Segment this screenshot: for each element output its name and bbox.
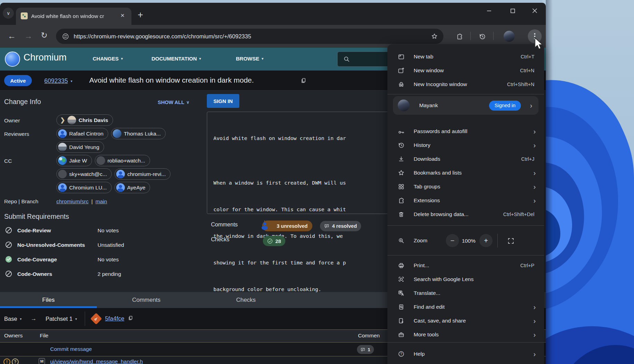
account-name: Thomas Luka... xyxy=(124,131,161,137)
account-name: chromium-revi... xyxy=(127,171,166,177)
base-selector[interactable]: Base ▾ xyxy=(4,316,22,322)
change-number-link[interactable]: 6092335 ▾ xyxy=(44,77,72,85)
avatar xyxy=(113,129,121,138)
git-commit-icon xyxy=(90,313,102,325)
chevron-right-icon: › xyxy=(533,128,536,135)
sign-in-button[interactable]: SIGN IN xyxy=(207,94,239,108)
attention-icon: ❯ xyxy=(60,116,65,124)
file-link[interactable]: ui/views/win/hwnd_message_handler.h xyxy=(50,358,143,364)
menu-divider xyxy=(387,342,544,343)
menu-item-extensions[interactable]: Extensions › xyxy=(387,194,544,207)
req-status: 2 pending xyxy=(98,271,121,277)
maximize-button[interactable] xyxy=(505,6,520,16)
menu-profile-row[interactable]: Mayank Signed in › xyxy=(393,96,539,115)
menu-item-more-tools[interactable]: More tools › xyxy=(387,328,544,342)
resolved-comments-pill[interactable]: 4 resolved xyxy=(320,221,361,231)
site-info-icon[interactable] xyxy=(62,33,69,40)
menu-item-print[interactable]: Print... Ctrl+P xyxy=(387,259,544,272)
chromium-logo-icon[interactable] xyxy=(5,52,20,67)
account-chip[interactable]: David Yeung xyxy=(56,141,104,153)
menu-item-history[interactable]: History › xyxy=(387,138,544,152)
cc-label: CC xyxy=(4,158,12,164)
gerrit-brand[interactable]: Chromium xyxy=(24,52,67,63)
menu-item-downloads[interactable]: Downloads Ctrl+J xyxy=(387,152,544,166)
menu-divider xyxy=(387,94,544,94)
history-icon[interactable] xyxy=(479,33,486,40)
chevron-right-icon: › xyxy=(533,331,536,338)
tab-close-icon[interactable]: ✕ xyxy=(120,12,125,19)
account-chip[interactable]: sky+watch@c... xyxy=(56,168,112,180)
zoom-icon xyxy=(398,237,405,244)
bookmark-star-icon[interactable] xyxy=(431,33,438,40)
menu-item-new-incognito-window[interactable]: New Incognito window Ctrl+Shift+N xyxy=(387,77,544,91)
extensions-icon[interactable] xyxy=(456,33,463,40)
account-name: Rafael Cintron xyxy=(69,131,103,137)
menu-item-translate[interactable]: Translate... xyxy=(387,286,544,300)
checks-label: Checks xyxy=(211,236,229,243)
account-name: David Yeung xyxy=(69,144,99,150)
menu-item-new-window[interactable]: New window Ctrl+N xyxy=(387,64,544,77)
comment-count-pill[interactable]: 1 xyxy=(357,345,374,354)
reload-button[interactable]: ↻ xyxy=(41,31,47,40)
status-badge: Active xyxy=(4,75,32,86)
tab-checks[interactable]: Checks xyxy=(196,292,296,308)
checks-pill[interactable]: 28 xyxy=(263,236,285,246)
zoom-out-button[interactable]: − xyxy=(446,234,459,247)
nav-browse[interactable]: BROWSE▾ xyxy=(236,56,264,62)
tab-search-button[interactable]: ∨ xyxy=(3,8,14,19)
menu-item-search-google-lens[interactable]: Search with Google Lens xyxy=(387,272,544,286)
url-text: https://chromium-review.googlesource.com… xyxy=(74,33,251,40)
profile-avatar[interactable] xyxy=(504,31,515,42)
modified-badge: M xyxy=(39,358,45,364)
nav-changes[interactable]: CHANGES▾ xyxy=(93,56,123,62)
commit-sha-link[interactable]: 5fa4fce xyxy=(105,315,125,322)
account-chip[interactable]: chromium-revi... xyxy=(114,168,171,180)
repo-link[interactable]: chromium/src xyxy=(56,198,89,205)
menu-item-bookmarks-lists[interactable]: Bookmarks and lists › xyxy=(387,166,544,180)
account-chip[interactable]: Jake W xyxy=(56,155,92,166)
comment-check-icon xyxy=(324,223,330,229)
incognito-icon xyxy=(398,81,405,88)
nav-documentation[interactable]: DOCUMENTATION▾ xyxy=(151,56,201,62)
menu-item-delete-browsing-data[interactable]: Delete browsing data... Ctrl+Shift+Del xyxy=(387,207,544,221)
close-window-button[interactable] xyxy=(527,6,542,16)
forward-button[interactable]: → xyxy=(24,31,33,41)
account-chip[interactable]: ❯ Chris Davis xyxy=(56,114,113,126)
menu-item-find-and-edit[interactable]: Find and edit › xyxy=(387,300,544,314)
caret-down-icon: ▾ xyxy=(199,57,201,60)
account-chip[interactable]: Rafael Cintron xyxy=(56,128,108,139)
caret-down-icon: ▾ xyxy=(75,317,77,321)
avatar xyxy=(58,143,67,151)
menu-item-tab-groups[interactable]: Tab groups › xyxy=(387,180,544,194)
account-chip[interactable]: AyeAye xyxy=(114,182,150,193)
account-chip[interactable]: Chromium LU... xyxy=(56,182,112,193)
download-icon xyxy=(398,156,405,162)
commit-message-link[interactable]: Commit message xyxy=(50,346,92,352)
menu-item-new-tab[interactable]: New tab Ctrl+T xyxy=(387,50,544,64)
chevron-down-icon: ∨ xyxy=(7,10,10,16)
branch-link[interactable]: main xyxy=(95,198,107,205)
profile-name: Mayank xyxy=(419,102,489,109)
arrow-icon: → xyxy=(31,315,37,322)
menu-item-passwords-autofill[interactable]: Passwords and autofill › xyxy=(387,124,544,138)
fullscreen-button[interactable] xyxy=(507,237,515,246)
unresolved-comments-pill[interactable]: 3 unresolved xyxy=(262,221,312,231)
gerrit-favicon-icon xyxy=(21,12,28,19)
patchset-selector[interactable]: Patchset 1 ▾ xyxy=(46,316,77,322)
profile-avatar xyxy=(398,100,410,111)
show-all-button[interactable]: SHOW ALL ∨ xyxy=(158,100,190,105)
account-chip[interactable]: Thomas Luka... xyxy=(111,128,166,139)
new-tab-icon xyxy=(398,53,405,60)
back-button[interactable]: ← xyxy=(8,31,16,41)
zoom-in-button[interactable]: + xyxy=(479,234,493,247)
copy-icon[interactable] xyxy=(300,77,307,85)
account-chip[interactable]: robliao+watch... xyxy=(95,155,150,166)
tab-comments[interactable]: Comments xyxy=(97,292,196,308)
copy-icon[interactable] xyxy=(128,315,134,323)
tab-files[interactable]: Files xyxy=(0,292,97,308)
new-tab-button[interactable]: + xyxy=(138,10,143,20)
minimize-button[interactable] xyxy=(481,6,497,16)
address-bar[interactable]: https://chromium-review.googlesource.com… xyxy=(56,29,443,44)
menu-item-cast-save-share[interactable]: Cast, save, and share › xyxy=(387,314,544,328)
menu-item-help[interactable]: ? Help › xyxy=(387,347,544,361)
